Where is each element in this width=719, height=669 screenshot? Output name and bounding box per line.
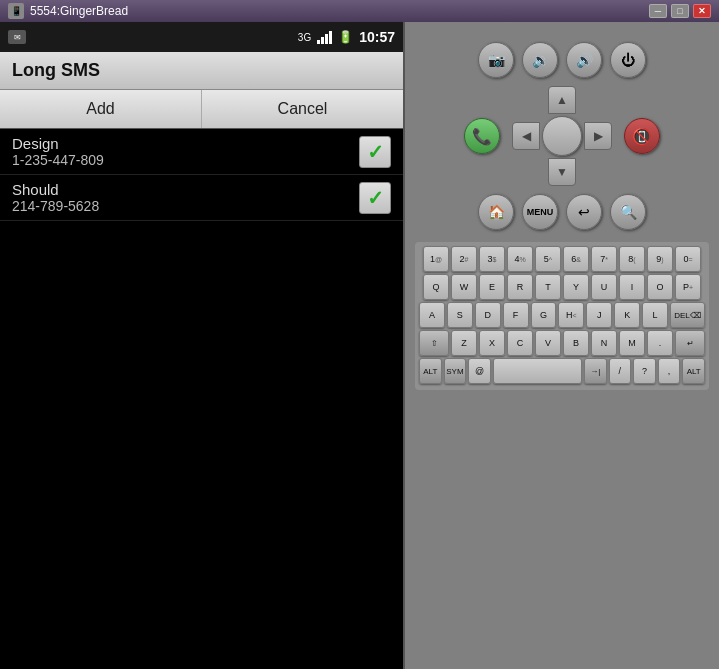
right-panel: 📷 🔉 🔊 ⏻ 📞 ▲ ◀ ▶ ▼ 📵 🏠 MENU ↩ 🔍 1@ 2# 3$ …: [405, 22, 719, 669]
key-n[interactable]: N: [591, 330, 617, 356]
key-period[interactable]: .: [647, 330, 673, 356]
key-v[interactable]: V: [535, 330, 561, 356]
key-enter[interactable]: ↵: [675, 330, 705, 356]
dpad-row: 📞 ▲ ◀ ▶ ▼ 📵: [464, 86, 660, 186]
vol-down-button[interactable]: 🔉: [522, 42, 558, 78]
key-b[interactable]: B: [563, 330, 589, 356]
maximize-button[interactable]: □: [671, 4, 689, 18]
key-6amp[interactable]: 6&: [563, 246, 589, 272]
bar1: [317, 40, 320, 44]
key-8open[interactable]: 8(: [619, 246, 645, 272]
checkmark-1: ✓: [367, 140, 384, 164]
key-m[interactable]: M: [619, 330, 645, 356]
dpad-center[interactable]: [542, 116, 582, 156]
bar4: [329, 31, 332, 44]
cancel-button[interactable]: Cancel: [202, 90, 403, 128]
bar3: [325, 34, 328, 44]
key-space[interactable]: [493, 358, 582, 384]
sms-icon: ✉: [8, 30, 26, 44]
contact-checkbox-2[interactable]: ✓: [359, 182, 391, 214]
key-alt-right[interactable]: ALT: [682, 358, 705, 384]
key-e[interactable]: E: [479, 274, 505, 300]
key-question[interactable]: ?: [633, 358, 656, 384]
key-y[interactable]: Y: [563, 274, 589, 300]
app-content: Long SMS Add Cancel Design 1-235-447-809…: [0, 52, 403, 669]
key-z[interactable]: Z: [451, 330, 477, 356]
status-bar: ✉ 3G 🔋 10:57: [0, 22, 403, 52]
search-button[interactable]: 🔍: [610, 194, 646, 230]
keyboard-row-4: ⇧ Z X C V B N M . ↵: [419, 330, 705, 356]
key-0eq[interactable]: 0=: [675, 246, 701, 272]
key-sym[interactable]: SYM: [444, 358, 467, 384]
keyboard-row-1: 1@ 2# 3$ 4% 5^ 6& 7* 8( 9) 0=: [419, 246, 705, 272]
key-slash[interactable]: /: [609, 358, 632, 384]
emulator-screen: ✉ 3G 🔋 10:57 Long SMS Add Cancel: [0, 22, 405, 669]
dpad-right[interactable]: ▶: [584, 122, 612, 150]
menu-button[interactable]: MENU: [522, 194, 558, 230]
key-j[interactable]: J: [586, 302, 612, 328]
dpad-down[interactable]: ▼: [548, 158, 576, 186]
key-g[interactable]: G: [531, 302, 557, 328]
key-x[interactable]: X: [479, 330, 505, 356]
key-1at[interactable]: 1@: [423, 246, 449, 272]
contact-list: Design 1-235-447-809 ✓ Should 214-789-56…: [0, 129, 403, 221]
contact-checkbox-1[interactable]: ✓: [359, 136, 391, 168]
keyboard: 1@ 2# 3$ 4% 5^ 6& 7* 8( 9) 0= Q W E R T …: [415, 242, 709, 390]
contact-item-1: Design 1-235-447-809 ✓: [0, 129, 403, 175]
key-q[interactable]: Q: [423, 274, 449, 300]
key-t[interactable]: T: [535, 274, 561, 300]
key-2hash[interactable]: 2#: [451, 246, 477, 272]
keyboard-row-2: Q W E R T Y U I O P+: [419, 274, 705, 300]
key-d[interactable]: D: [475, 302, 501, 328]
key-w[interactable]: W: [451, 274, 477, 300]
minimize-button[interactable]: ─: [649, 4, 667, 18]
back-button[interactable]: ↩: [566, 194, 602, 230]
key-k[interactable]: K: [614, 302, 640, 328]
key-comma[interactable]: ,: [658, 358, 681, 384]
bar2: [321, 37, 324, 44]
contact-number-1: 1-235-447-809: [12, 152, 359, 168]
dpad-left[interactable]: ◀: [512, 122, 540, 150]
status-right: 3G 🔋 10:57: [298, 29, 395, 45]
key-u[interactable]: U: [591, 274, 617, 300]
dpad-up[interactable]: ▲: [548, 86, 576, 114]
key-f[interactable]: F: [503, 302, 529, 328]
key-4pct[interactable]: 4%: [507, 246, 533, 272]
top-controls-row: 📷 🔉 🔊 ⏻: [478, 42, 646, 78]
signal-bars: [317, 31, 332, 44]
add-button[interactable]: Add: [0, 90, 202, 128]
key-s[interactable]: S: [447, 302, 473, 328]
close-button[interactable]: ✕: [693, 4, 711, 18]
key-shift[interactable]: ⇧: [419, 330, 449, 356]
camera-button[interactable]: 📷: [478, 42, 514, 78]
key-c[interactable]: C: [507, 330, 533, 356]
key-a[interactable]: A: [419, 302, 445, 328]
contact-item-2: Should 214-789-5628 ✓: [0, 175, 403, 221]
key-o[interactable]: O: [647, 274, 673, 300]
checkmark-2: ✓: [367, 186, 384, 210]
key-i[interactable]: I: [619, 274, 645, 300]
battery-icon: 🔋: [338, 30, 353, 44]
call-button[interactable]: 📞: [464, 118, 500, 154]
key-9close[interactable]: 9): [647, 246, 673, 272]
dpad: ▲ ◀ ▶ ▼: [512, 86, 612, 186]
home-button[interactable]: 🏠: [478, 194, 514, 230]
key-alt-left[interactable]: ALT: [419, 358, 442, 384]
key-arrow-right[interactable]: →|: [584, 358, 607, 384]
key-h[interactable]: H<: [558, 302, 584, 328]
key-5caret[interactable]: 5^: [535, 246, 561, 272]
key-del[interactable]: DEL⌫: [670, 302, 705, 328]
vol-up-button[interactable]: 🔊: [566, 42, 602, 78]
key-r[interactable]: R: [507, 274, 533, 300]
key-at[interactable]: @: [468, 358, 491, 384]
title-bar-text: 5554:GingerBread: [30, 4, 649, 18]
end-call-button[interactable]: 📵: [624, 118, 660, 154]
key-p[interactable]: P+: [675, 274, 701, 300]
power-button[interactable]: ⏻: [610, 42, 646, 78]
key-l[interactable]: L: [642, 302, 668, 328]
window-controls: ─ □ ✕: [649, 4, 711, 18]
status-left: ✉: [8, 30, 26, 44]
clock: 10:57: [359, 29, 395, 45]
key-3dollar[interactable]: 3$: [479, 246, 505, 272]
key-7star[interactable]: 7*: [591, 246, 617, 272]
